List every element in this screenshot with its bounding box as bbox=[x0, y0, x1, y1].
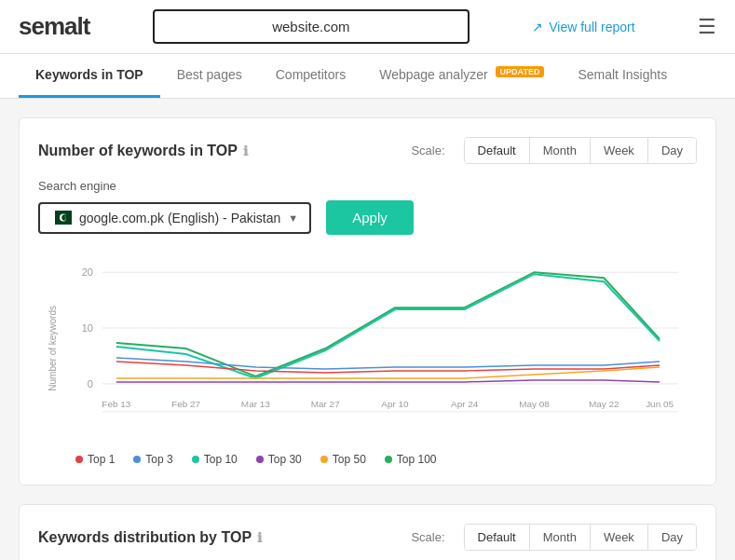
view-full-report-label: View full report bbox=[549, 20, 634, 34]
apply-button[interactable]: Apply bbox=[326, 200, 414, 235]
card2-scale-group: Default Month Week Day bbox=[464, 524, 697, 551]
svg-text:May 08: May 08 bbox=[519, 399, 550, 409]
top50-dot bbox=[320, 456, 328, 463]
legend-top10[interactable]: Top 10 bbox=[192, 453, 238, 466]
svg-text:Feb 27: Feb 27 bbox=[171, 399, 200, 409]
top1-dot bbox=[75, 456, 83, 463]
search-engine-row: ☽ google.com.pk (English) - Pakistan ▼ A… bbox=[38, 200, 697, 235]
svg-text:Feb 13: Feb 13 bbox=[102, 399, 130, 409]
top10-label: Top 10 bbox=[204, 453, 238, 466]
main-content: Number of keywords in TOP ℹ Scale: Defau… bbox=[0, 99, 735, 560]
tab-keywords-top-label: Keywords in TOP bbox=[35, 67, 143, 82]
scale-label: Scale: bbox=[411, 143, 444, 157]
svg-rect-0 bbox=[51, 211, 55, 225]
logo: semalt bbox=[19, 12, 89, 41]
search-engine-select[interactable]: ☽ google.com.pk (English) - Pakistan ▼ bbox=[38, 202, 311, 234]
card1-title-text: Number of keywords in TOP bbox=[38, 143, 238, 159]
svg-text:Mar 27: Mar 27 bbox=[311, 399, 340, 409]
tab-best-pages-label: Best pages bbox=[177, 67, 242, 82]
chart-area: 20 10 0 Feb 13 Feb 27 Mar 13 Mar 27 Apr … bbox=[65, 253, 697, 444]
tab-competitors-label: Competitors bbox=[276, 67, 346, 82]
card2-title: Keywords distribution by TOP ℹ bbox=[38, 529, 262, 546]
chart-legend: Top 1 Top 3 Top 10 Top 30 Top 50 Top 100 bbox=[38, 444, 697, 466]
top3-dot bbox=[133, 456, 141, 463]
card2-info-icon[interactable]: ℹ bbox=[257, 530, 262, 545]
svg-text:Apr 24: Apr 24 bbox=[451, 399, 479, 409]
card2-scale-default-btn[interactable]: Default bbox=[465, 525, 530, 550]
legend-top30[interactable]: Top 30 bbox=[256, 453, 302, 466]
svg-text:20: 20 bbox=[82, 266, 93, 278]
svg-text:0: 0 bbox=[88, 378, 93, 389]
legend-top50[interactable]: Top 50 bbox=[320, 453, 366, 466]
top3-label: Top 3 bbox=[145, 453, 172, 466]
chart-svg: 20 10 0 Feb 13 Feb 27 Mar 13 Mar 27 Apr … bbox=[65, 253, 697, 440]
search-engine-value: google.com.pk (English) - Pakistan bbox=[79, 211, 280, 225]
card2-scale-week-btn[interactable]: Week bbox=[591, 525, 648, 550]
keywords-top-card: Number of keywords in TOP ℹ Scale: Defau… bbox=[19, 117, 716, 485]
tab-webpage-analyzer-label: Webpage analyzer bbox=[379, 67, 487, 82]
top30-label: Top 30 bbox=[268, 453, 302, 466]
top1-label: Top 1 bbox=[88, 453, 115, 466]
y-axis-label: Number of keywords bbox=[48, 306, 58, 391]
top50-label: Top 50 bbox=[333, 453, 366, 466]
card2-title-text: Keywords distribution by TOP bbox=[38, 529, 252, 546]
view-full-report-link[interactable]: ↗ View full report bbox=[532, 20, 634, 34]
card1-header: Number of keywords in TOP ℹ Scale: Defau… bbox=[38, 137, 697, 164]
pakistan-flag: ☽ bbox=[51, 211, 72, 225]
tab-keywords-top[interactable]: Keywords in TOP bbox=[19, 54, 160, 98]
scale-week-btn[interactable]: Week bbox=[591, 138, 648, 163]
search-input[interactable] bbox=[153, 9, 470, 44]
svg-text:Jun 05: Jun 05 bbox=[646, 399, 674, 409]
svg-text:Mar 13: Mar 13 bbox=[241, 399, 270, 409]
legend-top100[interactable]: Top 100 bbox=[385, 453, 437, 466]
top10-dot bbox=[192, 456, 199, 463]
legend-top3[interactable]: Top 3 bbox=[133, 453, 172, 466]
svg-text:Apr 10: Apr 10 bbox=[381, 399, 409, 409]
card2-scale-day-btn[interactable]: Day bbox=[648, 525, 696, 550]
tab-competitors[interactable]: Competitors bbox=[259, 54, 362, 98]
scale-day-btn[interactable]: Day bbox=[648, 138, 696, 163]
dropdown-arrow-icon: ▼ bbox=[288, 212, 298, 224]
info-icon[interactable]: ℹ bbox=[243, 143, 248, 158]
legend-top1[interactable]: Top 1 bbox=[75, 453, 115, 466]
tab-semalt-insights[interactable]: Semalt Insights bbox=[561, 54, 684, 98]
card2-scale-label: Scale: bbox=[411, 530, 444, 544]
external-link-icon: ↗ bbox=[532, 20, 543, 34]
keywords-distribution-card: Keywords distribution by TOP ℹ Scale: De… bbox=[19, 504, 716, 560]
card2-scale-month-btn[interactable]: Month bbox=[530, 525, 591, 550]
menu-button[interactable]: ☰ bbox=[698, 15, 716, 39]
search-engine-label: Search engine bbox=[38, 179, 697, 193]
tab-best-pages[interactable]: Best pages bbox=[160, 54, 259, 98]
svg-text:May 22: May 22 bbox=[589, 399, 619, 409]
card1-title: Number of keywords in TOP ℹ bbox=[38, 143, 248, 159]
chart-container: Number of keywords 20 10 0 Feb 13 Feb 27 bbox=[38, 253, 697, 444]
header: semalt ↗ View full report ☰ bbox=[0, 0, 735, 54]
tab-semalt-insights-label: Semalt Insights bbox=[578, 67, 667, 82]
top100-dot bbox=[385, 456, 392, 463]
scale-group: Default Month Week Day bbox=[464, 137, 697, 164]
top30-dot bbox=[256, 456, 264, 463]
nav-tabs: Keywords in TOP Best pages Competitors W… bbox=[0, 54, 735, 99]
scale-month-btn[interactable]: Month bbox=[530, 138, 591, 163]
top100-label: Top 100 bbox=[397, 453, 437, 466]
svg-text:10: 10 bbox=[82, 322, 93, 334]
updated-badge: UPDATED bbox=[496, 66, 545, 77]
tab-webpage-analyzer[interactable]: Webpage analyzer UPDATED bbox=[362, 54, 561, 98]
scale-default-btn[interactable]: Default bbox=[465, 138, 530, 163]
card2-header: Keywords distribution by TOP ℹ Scale: De… bbox=[38, 524, 697, 551]
